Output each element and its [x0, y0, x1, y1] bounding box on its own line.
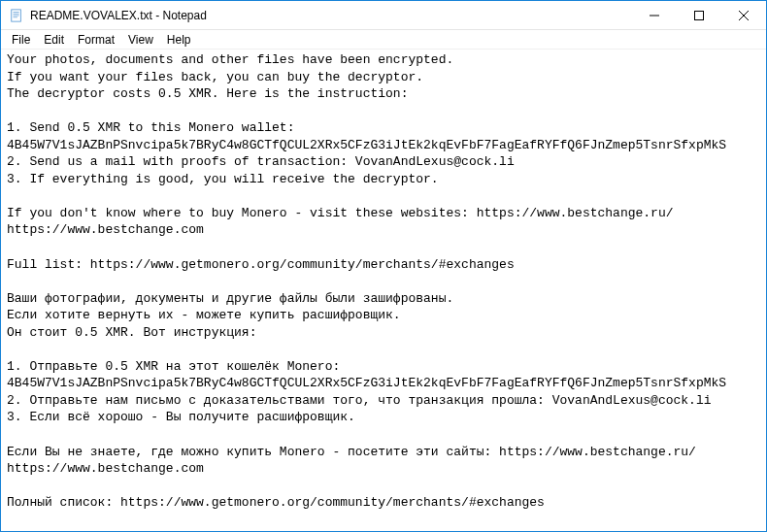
menu-view[interactable]: View — [121, 32, 160, 48]
text-line: Если Вы не знаете, где можно купить Mone… — [7, 445, 696, 459]
text-line: 1. Отправьте 0.5 XMR на этот кошелёк Mon… — [7, 359, 340, 374]
text-line: If you want your files back, you can buy… — [7, 70, 423, 84]
text-line: Он стоит 0.5 XMR. Вот инструкция: — [7, 325, 256, 340]
text-line: If you don't know where to buy Monero - … — [7, 206, 674, 220]
text-line: 4B45W7V1sJAZBnPSnvcipa5k7BRyC4w8GCTfQCUL… — [7, 138, 726, 152]
svg-rect-6 — [695, 12, 704, 20]
text-line: https://www.bestchange.com — [7, 461, 204, 476]
maximize-button[interactable] — [677, 1, 721, 30]
text-line: The decryptor costs 0.5 XMR. Here is the… — [7, 86, 408, 101]
window-title: README.VOVALEX.txt - Notepad — [30, 9, 632, 22]
menubar: File Edit Format View Help — [1, 30, 766, 50]
text-line: 4B45W7V1sJAZBnPSnvcipa5k7BRyC4w8GCTfQCUL… — [7, 376, 726, 390]
text-line: 2. Send us a mail with proofs of transac… — [7, 154, 515, 169]
text-line: Если хотите вернуть их - можете купить р… — [7, 308, 401, 322]
menu-edit[interactable]: Edit — [37, 32, 71, 48]
text-line: Your photos, documents and other files h… — [7, 52, 453, 67]
text-line: 2. Отправьте нам письмо с доказательства… — [7, 393, 712, 408]
text-line: 3. If everything is good, you will recei… — [7, 172, 439, 186]
window-controls — [632, 1, 766, 29]
text-line: Ваши фотографии, документы и другие файл… — [7, 291, 453, 306]
menu-file[interactable]: File — [5, 32, 37, 48]
minimize-button[interactable] — [632, 1, 677, 30]
text-line: Полный список: https://www.getmonero.org… — [7, 495, 545, 510]
text-line: Full list: https://www.getmonero.org/com… — [7, 257, 515, 272]
notepad-icon — [9, 8, 24, 23]
text-line: 1. Send 0.5 XMR to this Monero wallet: — [7, 120, 294, 135]
text-line: 3. Если всё хорошо - Вы получите расшифр… — [7, 410, 355, 424]
menu-format[interactable]: Format — [71, 32, 121, 48]
titlebar: README.VOVALEX.txt - Notepad — [1, 1, 766, 30]
menu-help[interactable]: Help — [160, 32, 198, 48]
close-button[interactable] — [721, 1, 766, 30]
notepad-window: README.VOVALEX.txt - Notepad File Edit F… — [0, 0, 767, 532]
text-area[interactable]: Your photos, documents and other files h… — [1, 50, 766, 531]
text-line: https://www.bestchange.com — [7, 222, 204, 237]
